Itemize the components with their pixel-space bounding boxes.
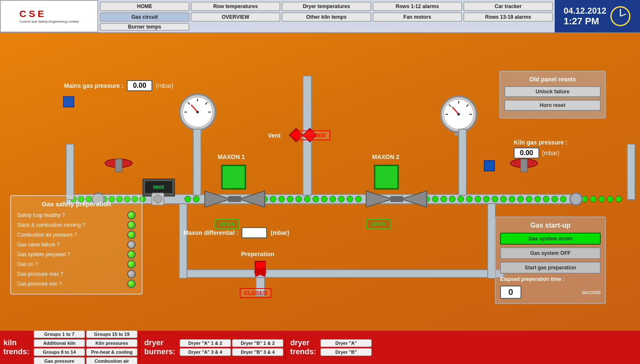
svg-point-47 <box>296 196 302 202</box>
svg-point-46 <box>287 196 293 202</box>
nav-car-tracker[interactable]: Car tracker <box>463 2 553 11</box>
svg-point-54 <box>355 196 361 202</box>
svg-marker-89 <box>205 191 230 207</box>
kiln-btn-groups-15-19[interactable]: Groups 15 to 19 <box>86 330 137 338</box>
datetime-area: 04.12.2012 1:27 PM <box>555 0 640 32</box>
svg-line-2 <box>620 14 626 16</box>
svg-point-58 <box>449 196 455 202</box>
logo: C S E Control and Safety Engineering Lim… <box>0 0 98 32</box>
svg-point-73 <box>590 196 596 202</box>
svg-marker-92 <box>366 191 393 207</box>
svg-point-67 <box>526 196 532 202</box>
svg-point-56 <box>432 196 438 202</box>
nav-burner-temps[interactable]: Burner temps <box>100 23 189 31</box>
gas-startup-title: Gas start-up <box>500 222 601 229</box>
nav-home[interactable]: HOME <box>100 2 189 11</box>
gas-pressure-max-label: Gas pressure max ? <box>17 271 63 277</box>
nav-overview[interactable]: OVERVIEW <box>191 12 280 22</box>
divider-1 <box>139 334 140 361</box>
nav-other-kiln[interactable]: Other kiln temps <box>282 12 371 22</box>
maxon2-label: MAXON 2 <box>372 153 399 160</box>
kiln-btn-pressures[interactable]: Kiln pressures <box>86 339 137 347</box>
svg-rect-29 <box>179 204 187 278</box>
svg-rect-91 <box>228 196 241 202</box>
svg-rect-87 <box>66 144 74 199</box>
svg-marker-93 <box>401 191 427 207</box>
svg-point-59 <box>458 196 464 202</box>
kiln-btn-preheat[interactable]: Pre-heat & cooling <box>86 348 137 356</box>
svg-point-48 <box>304 196 310 202</box>
logo-subtitle: Control and Safety Engineering Limited <box>19 20 79 23</box>
dryer-a-1-2-btn[interactable]: Dryer "A" 1 & 2 <box>180 339 231 347</box>
prep-label: Preperation <box>241 251 274 257</box>
kiln-btn-groups-8-14[interactable]: Groups 8 to 14 <box>34 348 85 356</box>
top-nav: C S E Control and Safety Engineering Lim… <box>0 0 640 33</box>
svg-point-60 <box>466 196 472 202</box>
start-gas-prep-btn[interactable]: Start gas preparation <box>500 262 601 274</box>
svg-point-110 <box>570 193 582 205</box>
main-area: Mains gas pressure : 0.00 (mbar) <box>0 33 640 331</box>
kiln-trends-label: kiln trends: <box>0 338 33 356</box>
gas-valve-failure-indicator <box>127 240 136 249</box>
dryer-trends-section: dryer trends: Dryer "A" Dryer "B" <box>287 332 372 362</box>
gas-system-prepared-label: Gas system prepared ? <box>17 251 70 257</box>
kiln-btn-gas-pressure[interactable]: Gas pressure <box>34 357 85 364</box>
prep-status: CLOSED <box>240 288 271 298</box>
svg-rect-26 <box>459 129 466 195</box>
vent-status: CLOSED <box>299 130 330 140</box>
gas-safety-box: Gas safety preperation Safety loop healt… <box>10 195 143 295</box>
nav-buttons: HOME Row temperatures Dryer temperatures… <box>98 0 555 32</box>
kiln-btn-groups-1-7[interactable]: Groups 1 to 7 <box>34 330 85 338</box>
maxon-differential: Maxon differential : 0.00 (mbar) <box>183 227 289 238</box>
dryer-burners-label: dryer burners: <box>141 338 179 356</box>
elapsed-value: 0 <box>500 286 521 299</box>
kiln-btn-combustion[interactable]: Combustion air <box>86 357 137 364</box>
svg-point-52 <box>338 196 344 202</box>
svg-point-69 <box>543 196 549 202</box>
nav-fan-motors[interactable]: Fan motors <box>372 12 462 22</box>
divider-2 <box>285 334 286 361</box>
svg-point-74 <box>599 196 605 202</box>
svg-rect-96 <box>115 159 122 172</box>
svg-point-75 <box>607 196 613 202</box>
dryer-trend-b-btn[interactable]: Dryer "B" <box>320 348 372 356</box>
gas-on-label: Gas on ? <box>17 261 38 267</box>
kiln-btn-additional[interactable]: Additional kiln <box>34 339 85 347</box>
bottom-bar: kiln trends: Groups 1 to 7 Groups 15 to … <box>0 331 640 364</box>
gas-startup-box: Gas start-up Gas system on/on Gas system… <box>495 217 606 304</box>
nav-row-temps[interactable]: Row temperatures <box>191 2 280 11</box>
logo-text: C S E <box>19 9 79 19</box>
gas-system-prepared-indicator <box>127 250 136 259</box>
svg-point-112 <box>154 195 162 203</box>
svg-point-71 <box>560 196 566 202</box>
gas-system-prepared-row: Gas system prepared ? <box>17 250 136 259</box>
dryer-a-3-4-btn[interactable]: Dryer "A" 3 & 4 <box>180 348 231 356</box>
elapsed-row: 0 seconds <box>500 286 601 299</box>
svg-point-62 <box>483 196 489 202</box>
svg-point-51 <box>330 196 336 202</box>
svg-point-68 <box>535 196 541 202</box>
kiln-trends-section: kiln trends: Groups 1 to 7 Groups 15 to … <box>0 332 138 362</box>
kiln-trend-buttons: Groups 1 to 7 Groups 15 to 19 Additional… <box>33 329 138 364</box>
nav-rows-13-19[interactable]: Rows 13-19 alarms <box>463 12 553 22</box>
svg-marker-90 <box>239 191 265 207</box>
gas-system-off-btn[interactable]: Gas system OFF <box>500 247 601 259</box>
safety-loop-label: Safety loop healthy ? <box>17 212 65 218</box>
nav-gas-circuit[interactable]: Gas circuit <box>100 12 189 22</box>
nav-rows-1-12[interactable]: Rows 1-12 alarms <box>372 2 462 11</box>
stack-combustion-row: Stack & combustion running ? <box>17 221 136 229</box>
svg-rect-24 <box>193 129 201 195</box>
svg-rect-94 <box>390 196 403 202</box>
dryer-b-3-4-btn[interactable]: Dryer "B" 3 & 4 <box>232 348 283 356</box>
svg-point-45 <box>279 196 285 202</box>
svg-point-65 <box>509 196 515 202</box>
gas-pressure-min-label: Gas pressure min ? <box>17 281 62 287</box>
gas-safety-title: Gas safety preperation <box>17 200 136 208</box>
nav-dryer-temps[interactable]: Dryer temperatures <box>282 2 371 11</box>
dryer-trend-a-btn[interactable]: Dryer "A" <box>320 339 372 347</box>
gas-system-on-btn[interactable]: Gas system on/on <box>500 233 601 245</box>
dryer-b-1-2-btn[interactable]: Dryer "B" 1 & 2 <box>232 339 283 347</box>
maxon-diff-value[interactable]: 0.00 <box>241 227 267 238</box>
svg-point-44 <box>270 196 276 202</box>
dryer-burner-buttons: Dryer "A" 1 & 2 Dryer "B" 1 & 2 Dryer "A… <box>179 338 284 357</box>
